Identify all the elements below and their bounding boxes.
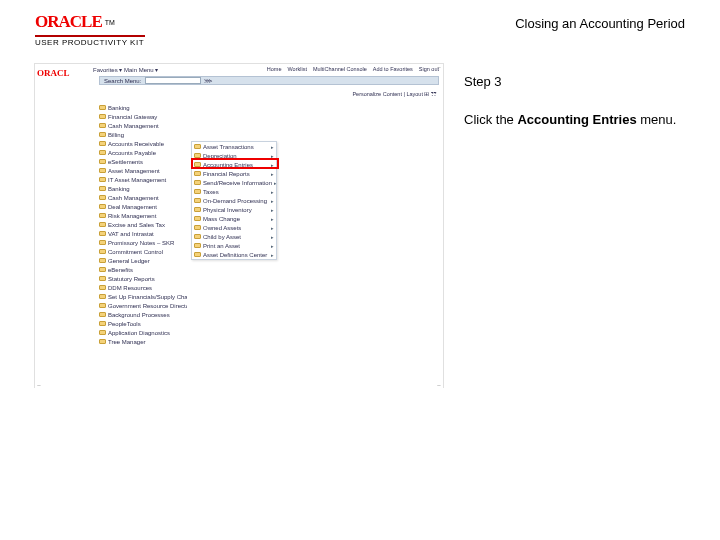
- nav-item-label: Financial Gateway: [108, 114, 157, 120]
- breadcrumb-nav[interactable]: Favorites ▾ Main Menu ▾: [93, 66, 158, 73]
- nav-item-label: eBenefits: [108, 267, 133, 273]
- folder-icon: [99, 276, 106, 281]
- corner-br: –: [436, 382, 442, 388]
- folder-icon: [194, 198, 201, 203]
- instr-post: menu.: [637, 112, 677, 127]
- folder-icon: [99, 123, 106, 128]
- nav-item[interactable]: Background Processes: [99, 310, 187, 319]
- folder-icon: [194, 162, 201, 167]
- chevron-right-icon: ▸: [271, 189, 274, 195]
- nav-item[interactable]: Excise and Sales Tax: [99, 220, 187, 229]
- nav-item[interactable]: Cash Management: [99, 121, 187, 130]
- search-go-icon[interactable]: ⋙: [204, 77, 213, 84]
- folder-icon: [194, 207, 201, 212]
- nav-worklist[interactable]: Worklist: [287, 66, 306, 72]
- folder-icon: [194, 225, 201, 230]
- nav-item[interactable]: Billing: [99, 130, 187, 139]
- chevron-right-icon: ▸: [271, 207, 274, 213]
- nav-item[interactable]: DDM Resources: [99, 283, 187, 292]
- nav-item-label: DDM Resources: [108, 285, 152, 291]
- folder-icon: [99, 222, 106, 227]
- submenu-item[interactable]: Print an Asset▸: [192, 241, 276, 250]
- nav-item[interactable]: Banking: [99, 103, 187, 112]
- submenu-item-label: Accounting Entries: [203, 162, 253, 168]
- submenu-item[interactable]: Send/Receive Information▸: [192, 178, 276, 187]
- folder-icon: [99, 249, 106, 254]
- personalize-bar[interactable]: Personalize Content | Layout ⊞ ⁇: [135, 91, 437, 97]
- submenu-item-label: On-Demand Processing: [203, 198, 267, 204]
- nav-home[interactable]: Home: [267, 66, 282, 72]
- submenu-item[interactable]: Asset Definitions Center▸: [192, 250, 276, 259]
- nav-item[interactable]: Banking: [99, 184, 187, 193]
- nav-item[interactable]: Deal Management: [99, 202, 187, 211]
- submenu-item[interactable]: On-Demand Processing▸: [192, 196, 276, 205]
- folder-icon: [99, 258, 106, 263]
- search-input[interactable]: [145, 77, 201, 84]
- nav-item-label: Set Up Financials/Supply Chain: [108, 294, 187, 300]
- nav-signout[interactable]: Sign out: [419, 66, 439, 72]
- nav-item-label: Background Processes: [108, 312, 170, 318]
- nav-item[interactable]: Accounts Payable: [99, 148, 187, 157]
- nav-item-label: PeopleTools: [108, 321, 141, 327]
- nav-item[interactable]: eBenefits: [99, 265, 187, 274]
- nav-item[interactable]: Cash Management: [99, 193, 187, 202]
- chevron-right-icon: ▸: [271, 225, 274, 231]
- nav-item[interactable]: Tree Manager: [99, 337, 187, 346]
- nav-fav[interactable]: Add to Favorites: [373, 66, 413, 72]
- folder-icon: [99, 303, 106, 308]
- nav-item-label: Deal Management: [108, 204, 157, 210]
- instruction-text: Click the Accounting Entries menu.: [464, 111, 694, 129]
- submenu-item-label: Child by Asset: [203, 234, 241, 240]
- submenu-item[interactable]: Depreciation▸: [192, 151, 276, 160]
- nav-item[interactable]: VAT and Intrastat: [99, 229, 187, 238]
- submenu-item[interactable]: Owned Assets▸: [192, 223, 276, 232]
- nav-item[interactable]: Risk Management: [99, 211, 187, 220]
- folder-icon: [194, 243, 201, 248]
- nav-item[interactable]: Accounts Receivable: [99, 139, 187, 148]
- page-title: Closing an Accounting Period: [515, 16, 685, 31]
- folder-icon: [99, 150, 106, 155]
- submenu-item-label: Asset Definitions Center: [203, 252, 267, 258]
- submenu-item-label: Send/Receive Information: [203, 180, 272, 186]
- nav-item-label: Application Diagnostics: [108, 330, 170, 336]
- submenu-item-label: Asset Transactions: [203, 144, 254, 150]
- chevron-right-icon: ▸: [271, 216, 274, 222]
- folder-icon: [194, 171, 201, 176]
- chevron-right-icon: ▸: [271, 243, 274, 249]
- search-menu: Search Menu: ⋙: [99, 76, 439, 85]
- nav-item[interactable]: General Ledger: [99, 256, 187, 265]
- submenu-item[interactable]: Taxes▸: [192, 187, 276, 196]
- nav-item[interactable]: Statutory Reports: [99, 274, 187, 283]
- nav-item[interactable]: Commitment Control: [99, 247, 187, 256]
- chevron-right-icon: ▸: [271, 144, 274, 150]
- chevron-right-icon: ▸: [271, 234, 274, 240]
- nav-item[interactable]: Application Diagnostics: [99, 328, 187, 337]
- chevron-right-icon: ▸: [271, 171, 274, 177]
- submenu-item-label: Print an Asset: [203, 243, 240, 249]
- nav-item[interactable]: IT Asset Management: [99, 175, 187, 184]
- submenu-item[interactable]: Child by Asset▸: [192, 232, 276, 241]
- submenu-item[interactable]: Accounting Entries▸: [192, 160, 276, 169]
- nav-item[interactable]: PeopleTools: [99, 319, 187, 328]
- nav-item[interactable]: Financial Gateway: [99, 112, 187, 121]
- nav-mcc[interactable]: MultiChannel Console: [313, 66, 367, 72]
- chevron-right-icon: ▸: [271, 162, 274, 168]
- nav-item[interactable]: Promissory Notes – SKR: [99, 238, 187, 247]
- nav-item[interactable]: Asset Management: [99, 166, 187, 175]
- nav-item[interactable]: Government Resource Directory: [99, 301, 187, 310]
- folder-icon: [99, 204, 106, 209]
- submenu-item[interactable]: Financial Reports▸: [192, 169, 276, 178]
- submenu-item[interactable]: Mass Change▸: [192, 214, 276, 223]
- folder-icon: [194, 252, 201, 257]
- instr-pre: Click the: [464, 112, 517, 127]
- submenu-item-label: Taxes: [203, 189, 219, 195]
- nav-item[interactable]: Set Up Financials/Supply Chain: [99, 292, 187, 301]
- nav-item-label: Statutory Reports: [108, 276, 155, 282]
- search-label: Search Menu:: [104, 78, 141, 84]
- nav-item[interactable]: eSettlements: [99, 157, 187, 166]
- brand-text: ORACLE: [35, 12, 102, 32]
- submenu-item[interactable]: Asset Transactions▸: [192, 142, 276, 151]
- submenu-item[interactable]: Physical Inventory▸: [192, 205, 276, 214]
- nav-item-label: Asset Management: [108, 168, 160, 174]
- instr-bold: Accounting Entries: [517, 112, 636, 127]
